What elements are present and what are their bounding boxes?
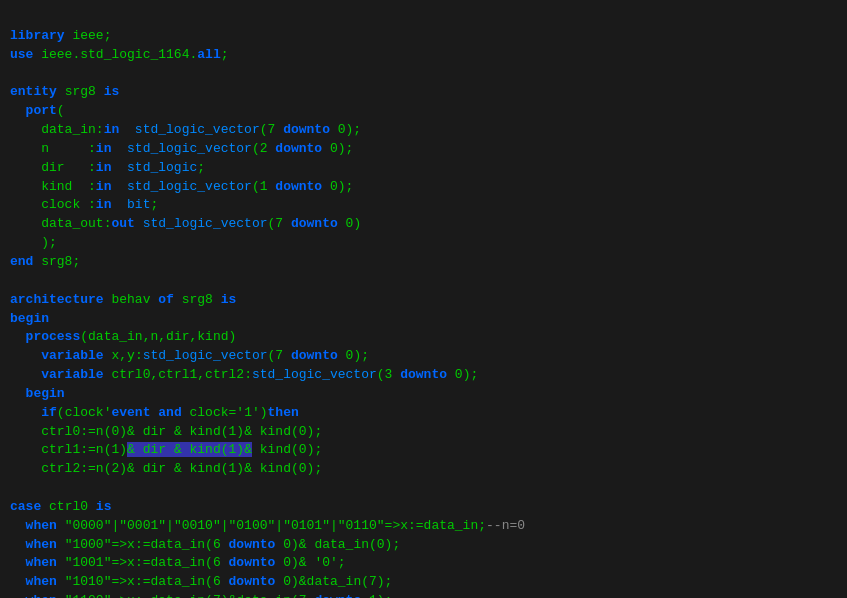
line-4: entity srg8 is xyxy=(10,84,119,99)
line-15: architecture behav of srg8 is xyxy=(10,292,236,307)
line-22: ctrl0:=n(0)& dir & kind(1)& kind(0); xyxy=(10,424,322,439)
line-31: when "1100"=>x:=data_in(7)&data_in(7 dow… xyxy=(10,593,392,598)
line-13: end srg8; xyxy=(10,254,80,269)
code-editor: library ieee; use ieee.std_logic_1164.al… xyxy=(0,0,847,598)
line-20: begin xyxy=(10,386,65,401)
line-1: library ieee; xyxy=(10,28,111,43)
line-18: variable x,y:std_logic_vector(7 downto 0… xyxy=(10,348,369,363)
line-21: if(clock'event and clock='1')then xyxy=(10,405,299,420)
line-29: when "1001"=>x:=data_in(6 downto 0)& '0'… xyxy=(10,555,346,570)
line-6: data_in:in std_logic_vector(7 downto 0); xyxy=(10,122,361,137)
line-23: ctrl1:=n(1)& dir & kind(1)& kind(0); xyxy=(10,442,322,457)
line-26: case ctrl0 is xyxy=(10,499,111,514)
line-17: process(data_in,n,dir,kind) xyxy=(10,329,236,344)
line-12: ); xyxy=(10,235,57,250)
line-2: use ieee.std_logic_1164.all; xyxy=(10,47,229,62)
line-9: kind :in std_logic_vector(1 downto 0); xyxy=(10,179,353,194)
line-16: begin xyxy=(10,311,49,326)
line-5: port( xyxy=(10,103,65,118)
line-28: when "1000"=>x:=data_in(6 downto 0)& dat… xyxy=(10,537,400,552)
line-30: when "1010"=>x:=data_in(6 downto 0)&data… xyxy=(10,574,392,589)
line-7: n :in std_logic_vector(2 downto 0); xyxy=(10,141,353,156)
line-19: variable ctrl0,ctrl1,ctrl2:std_logic_vec… xyxy=(10,367,478,382)
line-8: dir :in std_logic; xyxy=(10,160,205,175)
code-content: library ieee; use ieee.std_logic_1164.al… xyxy=(10,8,847,598)
line-11: data_out:out std_logic_vector(7 downto 0… xyxy=(10,216,361,231)
line-10: clock :in bit; xyxy=(10,197,158,212)
line-24: ctrl2:=n(2)& dir & kind(1)& kind(0); xyxy=(10,461,322,476)
line-27: when "0000"|"0001"|"0010"|"0100"|"0101"|… xyxy=(10,518,525,533)
